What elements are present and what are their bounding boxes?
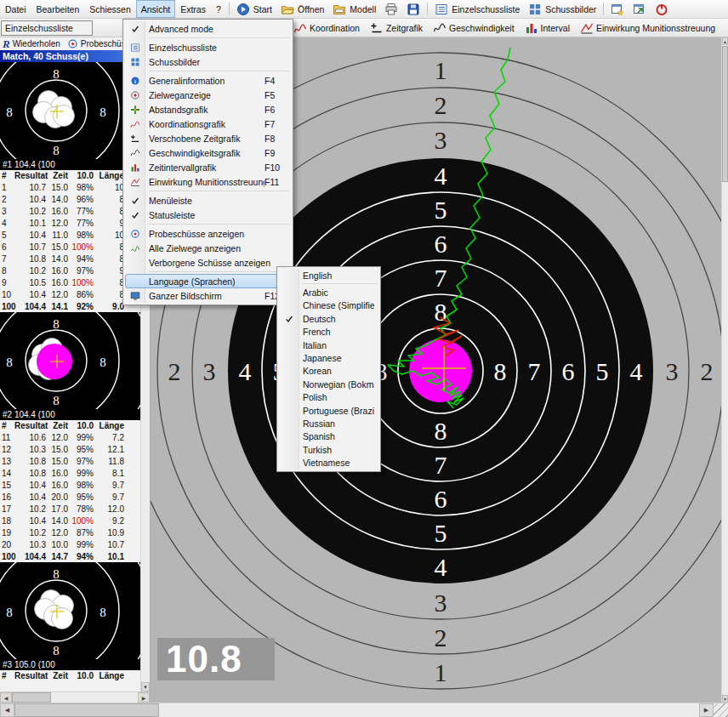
menubar-item-hilfe[interactable]: ? bbox=[211, 0, 226, 18]
menu-item-abstandsgrafik[interactable]: AbstandsgrafikF6 bbox=[125, 102, 291, 117]
menubar-item-extras[interactable]: Extras bbox=[175, 0, 211, 18]
toolbar-button-interval[interactable]: Interval bbox=[520, 20, 575, 37]
shot-table-row[interactable]: 1510.416.098%9.7 bbox=[0, 479, 150, 491]
language-item-portuguese-brazil[interactable]: Portuguese (Brazil) bbox=[279, 404, 378, 417]
language-item-french[interactable]: French bbox=[279, 326, 378, 339]
menu-item-koordinationsgrafik[interactable]: KoordinationsgrafikF7 bbox=[125, 117, 291, 131]
start-button[interactable]: Start bbox=[232, 1, 276, 18]
shot-table-row[interactable]: 1910.212.087%10.9 bbox=[0, 526, 150, 538]
language-item-polish[interactable]: Polish bbox=[279, 391, 378, 404]
shot-table-row[interactable]: 1110.612.099%7.2 bbox=[0, 431, 150, 443]
timegraph-icon bbox=[370, 21, 384, 35]
menu-item-geschwindigkeitsgrafik[interactable]: GeschwindigkeitsgrafikF9 bbox=[125, 145, 291, 160]
main-vertical-scrollbar[interactable]: ▲ ▼ bbox=[721, 37, 728, 703]
menu-item-menueleiste[interactable]: Menüleiste bbox=[125, 193, 291, 208]
repeat-button[interactable]: R Wiederholen bbox=[0, 37, 63, 50]
target-thumbnail-1[interactable]: 8888 bbox=[0, 62, 141, 159]
language-item-russian[interactable]: Russian bbox=[279, 417, 378, 430]
scroll-left-icon[interactable]: ◀ bbox=[0, 692, 12, 703]
menu-item-verschobene-zeitgrafik[interactable]: Verschobene ZeitgrafikF8 bbox=[125, 131, 291, 145]
toolbar-button-einwirkung-munitionsstreuung[interactable]: Einwirkung Munitionsstreuung bbox=[575, 20, 720, 37]
menu-item-ganzer-bildschirm[interactable]: Ganzer BildschirmF12 bbox=[125, 288, 291, 303]
language-item-turkish[interactable]: Turkish bbox=[279, 443, 378, 456]
language-item-deutsch[interactable]: Deutsch bbox=[279, 312, 378, 325]
shot-table-row[interactable]: 1310.815.097%11.8 bbox=[0, 455, 150, 467]
language-item-arabic[interactable]: Arabic bbox=[279, 286, 378, 299]
shot-table-row[interactable]: 2010.310.099%10.7 bbox=[0, 538, 150, 550]
scrollbar-thumb[interactable] bbox=[14, 703, 159, 717]
language-item-norwegian-bokmal[interactable]: Norwegian (Bokmal) bbox=[279, 378, 378, 390]
shot-table-row[interactable]: 1610.420.095%9.7 bbox=[0, 491, 150, 503]
language-item-korean[interactable]: Korean bbox=[279, 365, 378, 378]
window-star-button[interactable] bbox=[606, 1, 628, 18]
menu-item-statusleiste[interactable]: Statusleiste bbox=[125, 208, 291, 222]
shot-table-row[interactable]: 1210.315.095%12.1 bbox=[0, 443, 150, 455]
shot-pictures-button[interactable]: Schussbilder bbox=[524, 1, 600, 18]
menu-item-alle-zielwege-anzeigen[interactable]: Alle Zielwege anzeigen bbox=[125, 241, 291, 255]
view-selector[interactable]: Einzelschussliste bbox=[1, 20, 93, 36]
ring-number: 7 bbox=[435, 451, 447, 479]
scroll-left-icon[interactable]: ◀ bbox=[0, 703, 14, 717]
menu-item-einwirkung-munitionsstreuung[interactable]: Einwirkung MunitionsstreuungF11 bbox=[125, 174, 291, 189]
language-item-spanish[interactable]: Spanish bbox=[279, 430, 378, 443]
scrollbar-track[interactable] bbox=[159, 703, 699, 717]
open-button[interactable]: Öffnen bbox=[276, 1, 328, 18]
menu-item-advanced-mode[interactable]: Advanced mode bbox=[125, 21, 291, 36]
menu-item-language[interactable]: Language (Sprachen)▶ bbox=[125, 274, 291, 288]
model-label: Modell bbox=[350, 4, 376, 14]
menu-item-probeschuesse-anzeigen[interactable]: Probeschüsse anzeigen bbox=[125, 226, 291, 241]
menu-item-zielweganzeige[interactable]: ZielweganzeigeF5 bbox=[125, 88, 291, 102]
power-button[interactable] bbox=[651, 1, 673, 18]
scroll-down-icon[interactable]: ▼ bbox=[141, 682, 150, 691]
single-shot-list-button[interactable]: Einzelschussliste bbox=[430, 1, 524, 18]
scroll-down-icon[interactable]: ▼ bbox=[722, 695, 728, 703]
menu-item-generalinformation[interactable]: iGeneralinformationF4 bbox=[125, 73, 291, 88]
menubar-item-bearbeiten[interactable]: Bearbeiten bbox=[31, 0, 85, 18]
cell: 12.0 bbox=[94, 504, 124, 514]
shot-table-row[interactable]: 1810.414.0100%9.2 bbox=[0, 515, 150, 526]
language-item-chinese-simplified[interactable]: Chinese (Simplified) bbox=[279, 299, 378, 312]
sidebar-horizontal-scrollbar[interactable]: ◀ ▶ bbox=[0, 691, 150, 703]
ring-number: 2 bbox=[168, 357, 181, 385]
cell: 15 bbox=[0, 481, 14, 490]
language-item-japanese[interactable]: Japanese bbox=[279, 351, 378, 364]
menu-item-schussbilder[interactable]: Schussbilder bbox=[125, 54, 291, 69]
toolbar-button-zeitgrafik[interactable]: Zeitgrafik bbox=[365, 20, 428, 37]
toolbar-button-koordination[interactable]: Koordination bbox=[288, 20, 365, 37]
scroll-right-icon[interactable]: ▶ bbox=[699, 703, 714, 717]
scrollbar-track[interactable] bbox=[51, 692, 138, 703]
resize-grip[interactable] bbox=[714, 703, 728, 717]
window-arrow-button[interactable] bbox=[628, 1, 651, 18]
cell: 8 bbox=[94, 242, 124, 252]
menu-separator bbox=[149, 37, 289, 38]
shot-table-row[interactable]: 1710.217.078%12.0 bbox=[0, 503, 150, 515]
target-thumbnail-3[interactable]: 8888 bbox=[0, 562, 141, 659]
menu-item-einzelschussliste[interactable]: Einzelschussliste bbox=[125, 40, 291, 54]
scroll-up-icon[interactable]: ▲ bbox=[722, 37, 728, 45]
menu-item-label: Norwegian (Bokmal) bbox=[299, 379, 374, 390]
save-button[interactable] bbox=[402, 1, 424, 18]
toolbar-button-geschwindigkeit[interactable]: Geschwindigkeit bbox=[428, 20, 519, 37]
shot-table-row[interactable]: 1410.816.099%8.1 bbox=[0, 467, 150, 479]
view-selector-value: Einzelschussliste bbox=[5, 23, 73, 33]
scrollbar-thumb[interactable] bbox=[12, 692, 51, 703]
ring-number: 1 bbox=[435, 658, 447, 686]
model-button[interactable]: Modell bbox=[328, 1, 380, 18]
target-thumbnail-2[interactable]: 8888 bbox=[0, 312, 141, 409]
language-item-vietnamese[interactable]: Vietnamese bbox=[279, 456, 378, 469]
menubar-item-schiessen[interactable]: Schiessen bbox=[84, 0, 135, 18]
scrollbar-thumb[interactable] bbox=[722, 46, 728, 182]
menubar-item-ansicht[interactable]: Ansicht bbox=[136, 0, 175, 18]
print-button[interactable] bbox=[380, 1, 402, 18]
cell: 14.0 bbox=[46, 516, 68, 526]
cell: 10.8 bbox=[14, 254, 46, 264]
language-item-english[interactable]: English bbox=[279, 269, 378, 282]
menu-item-label: Advanced mode bbox=[145, 24, 287, 34]
language-item-italian[interactable]: Italian bbox=[279, 339, 378, 351]
main-horizontal-scrollbar[interactable]: ◀ ▶ bbox=[0, 703, 728, 717]
menu-item-verborgene-schuesse-anzeigen[interactable]: Verborgene Schüsse anzeigen bbox=[125, 255, 291, 270]
ring-number: 8 bbox=[494, 357, 507, 385]
menu-item-zeitintervallgrafik[interactable]: ZeitintervallgrafikF10 bbox=[125, 160, 291, 174]
menubar-item-datei[interactable]: Datei bbox=[0, 0, 31, 18]
scroll-right-icon[interactable]: ▶ bbox=[138, 692, 150, 703]
